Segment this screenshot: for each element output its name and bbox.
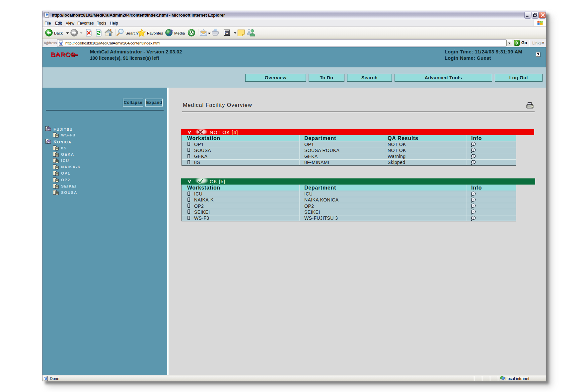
- svg-text:e: e: [60, 41, 62, 46]
- svg-text:W: W: [225, 32, 229, 35]
- svg-text:e: e: [45, 376, 47, 381]
- svg-text:e: e: [45, 12, 48, 17]
